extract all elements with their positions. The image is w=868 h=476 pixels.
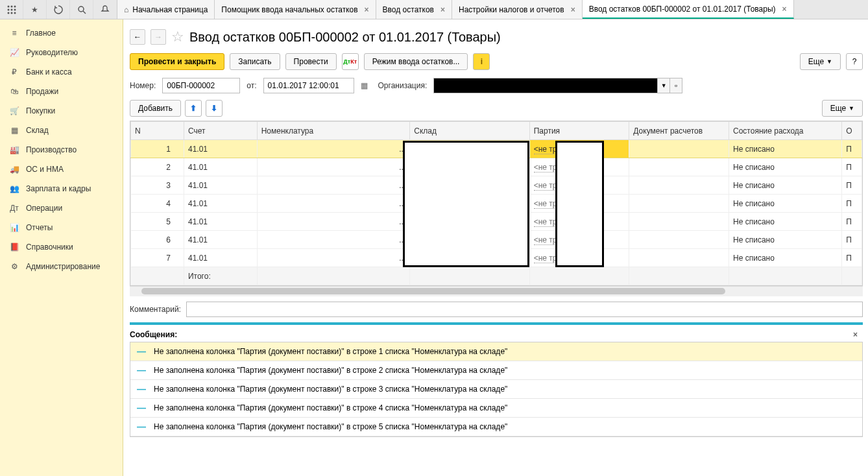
- cell-doc[interactable]: [629, 249, 729, 267]
- tab-close-icon[interactable]: ×: [571, 5, 575, 14]
- search-icon[interactable]: [70, 0, 93, 19]
- cell-nomenclature[interactable]: ...: [257, 158, 410, 176]
- cell-nomenclature[interactable]: ...: [257, 176, 410, 195]
- number-input[interactable]: [162, 78, 240, 93]
- sidebar-item[interactable]: 🛍Продажи: [0, 82, 123, 101]
- col-o[interactable]: О: [842, 122, 862, 140]
- cell-n[interactable]: 7: [131, 249, 184, 267]
- col-warehouse[interactable]: Склад: [410, 122, 529, 140]
- cell-state[interactable]: Не списано: [729, 158, 842, 176]
- sidebar-item[interactable]: ▦Склад: [0, 121, 123, 140]
- sidebar-item[interactable]: ДтОперации: [0, 198, 123, 218]
- history-icon[interactable]: [47, 0, 70, 19]
- cell-n[interactable]: 2: [131, 158, 184, 176]
- cell-nomenclature[interactable]: ...: [257, 195, 410, 213]
- cell-n[interactable]: 3: [131, 176, 184, 195]
- cell-doc[interactable]: [629, 158, 729, 176]
- sidebar-item[interactable]: 📊Отчеты: [0, 218, 123, 237]
- cell-doc[interactable]: [629, 231, 729, 249]
- cell-state[interactable]: Не списано: [729, 231, 842, 249]
- sidebar-item[interactable]: 📈Руководителю: [0, 43, 123, 62]
- sidebar-item[interactable]: 👥Зарплата и кадры: [0, 179, 123, 198]
- star-icon[interactable]: ★: [23, 0, 47, 19]
- cell-account[interactable]: 41.01: [184, 140, 257, 158]
- message-item[interactable]: —Не заполнена колонка "Партия (документ …: [130, 342, 862, 361]
- col-nomenclature[interactable]: Номенклатура: [257, 122, 410, 140]
- sidebar-item[interactable]: 🏭Производство: [0, 140, 123, 160]
- tab[interactable]: Помощник ввода начальных остатков×: [215, 0, 376, 19]
- col-n[interactable]: N: [131, 122, 184, 140]
- cell-doc[interactable]: [629, 195, 729, 213]
- tab-close-icon[interactable]: ×: [365, 5, 369, 14]
- info-button[interactable]: i: [473, 53, 490, 70]
- cell-nomenclature[interactable]: ...: [257, 213, 410, 231]
- org-open-button[interactable]: ▫: [669, 78, 682, 93]
- cell-state[interactable]: Не списано: [729, 213, 842, 231]
- cell-o[interactable]: П: [842, 231, 862, 249]
- cell-account[interactable]: 41.01: [184, 176, 257, 195]
- sidebar-item[interactable]: 🚚ОС и НМА: [0, 160, 123, 179]
- post-and-close-button[interactable]: Провести и закрыть: [130, 53, 224, 70]
- nav-forward-button[interactable]: →: [151, 29, 166, 45]
- cell-nomenclature[interactable]: ...: [257, 140, 410, 158]
- org-dropdown-button[interactable]: ▼: [657, 78, 670, 93]
- cell-account[interactable]: 41.01: [184, 213, 257, 231]
- sidebar-item[interactable]: ≡Главное: [0, 23, 123, 43]
- save-button[interactable]: Записать: [230, 53, 280, 70]
- cell-o[interactable]: П: [842, 213, 862, 231]
- sidebar-item[interactable]: 📕Справочники: [0, 237, 123, 257]
- entry-mode-button[interactable]: Режим ввода остатков...: [364, 53, 468, 70]
- cell-account[interactable]: 41.01: [184, 158, 257, 176]
- nav-back-button[interactable]: ←: [130, 29, 145, 45]
- cell-nomenclature[interactable]: ...: [257, 231, 410, 249]
- date-input[interactable]: [263, 78, 354, 93]
- cell-o[interactable]: П: [842, 249, 862, 267]
- cell-o[interactable]: П: [842, 195, 862, 213]
- cell-state[interactable]: Не списано: [729, 195, 842, 213]
- tab-close-icon[interactable]: ×: [782, 5, 787, 14]
- cell-state[interactable]: Не списано: [729, 176, 842, 195]
- cell-state[interactable]: Не списано: [729, 140, 842, 158]
- col-writeoff-state[interactable]: Состояние расхода: [729, 122, 842, 140]
- cell-state[interactable]: Не списано: [729, 249, 842, 267]
- more-button[interactable]: Еще ▼: [800, 53, 841, 70]
- bell-icon[interactable]: [93, 0, 117, 19]
- cell-doc[interactable]: [629, 176, 729, 195]
- sidebar-item[interactable]: ⚙Администрирование: [0, 257, 123, 276]
- move-down-button[interactable]: ⬇: [206, 100, 223, 117]
- org-input[interactable]: [433, 78, 658, 93]
- cell-o[interactable]: П: [842, 158, 862, 176]
- col-batch[interactable]: Партия: [529, 122, 629, 140]
- cell-n[interactable]: 4: [131, 195, 184, 213]
- col-account[interactable]: Счет: [184, 122, 257, 140]
- post-button[interactable]: Провести: [285, 53, 337, 70]
- horizontal-scrollbar[interactable]: [130, 286, 863, 296]
- cell-nomenclature[interactable]: ...: [257, 249, 410, 267]
- cell-n[interactable]: 6: [131, 231, 184, 249]
- cell-o[interactable]: П: [842, 176, 862, 195]
- tab[interactable]: Настройки налогов и отчетов×: [452, 0, 583, 19]
- message-item[interactable]: —Не заполнена колонка "Партия (документ …: [130, 418, 862, 436]
- messages-close-icon[interactable]: ×: [853, 330, 858, 339]
- message-item[interactable]: —Не заполнена колонка "Партия (документ …: [130, 380, 862, 399]
- cell-account[interactable]: 41.01: [184, 231, 257, 249]
- cell-account[interactable]: 41.01: [184, 195, 257, 213]
- cell-account[interactable]: 41.01: [184, 249, 257, 267]
- comment-input[interactable]: [186, 302, 863, 317]
- tab-close-icon[interactable]: ×: [440, 5, 445, 14]
- message-item[interactable]: —Не заполнена колонка "Партия (документ …: [130, 361, 862, 380]
- message-item[interactable]: —Не заполнена колонка "Партия (документ …: [130, 399, 862, 418]
- tab[interactable]: Ввод остатков 00БП-000002 от 01.01.2017 …: [583, 0, 794, 19]
- dtkt-button[interactable]: ДтКт: [342, 53, 359, 70]
- tab[interactable]: ⌂Начальная страница: [117, 0, 215, 19]
- help-button[interactable]: ?: [846, 53, 863, 70]
- tab[interactable]: Ввод остатков×: [376, 0, 452, 19]
- sidebar-item[interactable]: ₽Банк и касса: [0, 62, 123, 82]
- cell-o[interactable]: П: [842, 140, 862, 158]
- col-settlement-doc[interactable]: Документ расчетов: [629, 122, 729, 140]
- cell-n[interactable]: 1: [131, 140, 184, 158]
- calendar-icon[interactable]: ▦: [361, 81, 368, 90]
- add-row-button[interactable]: Добавить: [130, 100, 181, 117]
- table-more-button[interactable]: Еще ▼: [822, 100, 863, 117]
- move-up-button[interactable]: ⬆: [185, 100, 202, 117]
